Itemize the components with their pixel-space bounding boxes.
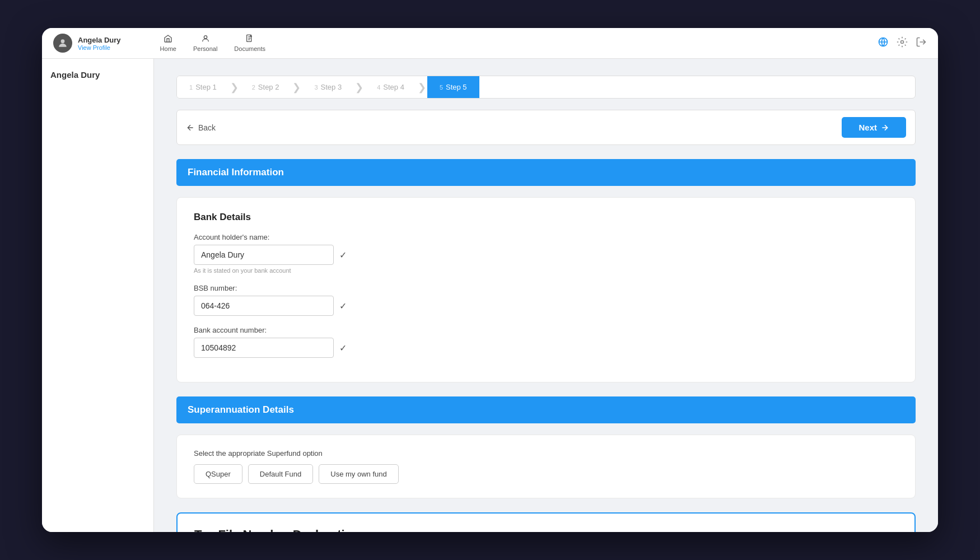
step-3[interactable]: 3 Step 3 <box>302 76 354 98</box>
home-icon <box>164 34 172 44</box>
step-arrow-1: ❯ <box>229 76 240 98</box>
content-area: 1 Step 1 ❯ 2 Step 2 ❯ 3 Step 3 ❯ 4 Step … <box>154 59 938 532</box>
superfund-card: Select the appropriate Superfund option … <box>176 435 916 498</box>
step-5[interactable]: 5 Step 5 <box>427 76 479 98</box>
step-2-num: 2 <box>252 84 255 91</box>
user-info: Angela Dury View Profile <box>53 34 121 53</box>
tfn-card: Tax File Number Declaration For more inf… <box>176 512 916 532</box>
step-1[interactable]: 1 Step 1 <box>177 76 229 98</box>
logout-icon[interactable] <box>916 36 927 50</box>
step-3-label: Step 3 <box>321 83 342 91</box>
settings-icon[interactable] <box>897 36 908 50</box>
top-bar: Angela Dury View Profile Home Personal <box>42 28 938 59</box>
nav-personal[interactable]: Personal <box>193 34 217 52</box>
topbar-user-name: Angela Dury <box>78 36 121 44</box>
back-button[interactable]: Back <box>186 123 216 132</box>
account-number-input[interactable] <box>194 338 334 358</box>
person-icon <box>201 34 210 44</box>
nav-documents[interactable]: Documents <box>234 34 265 52</box>
account-number-check: ✓ <box>339 343 347 353</box>
superfund-select-label: Select the appropriate Superfund option <box>194 449 898 458</box>
nav-home[interactable]: Home <box>160 34 176 52</box>
svg-point-4 <box>901 40 904 43</box>
top-right-icons <box>878 36 927 50</box>
bank-details-title: Bank Details <box>194 212 898 223</box>
next-button[interactable]: Next <box>842 117 906 138</box>
step-1-label: Step 1 <box>195 83 217 91</box>
bsb-check: ✓ <box>339 301 347 311</box>
doc-icon <box>245 34 254 44</box>
superfund-options: QSuper Default Fund Use my own fund <box>194 464 898 484</box>
steps-bar: 1 Step 1 ❯ 2 Step 2 ❯ 3 Step 3 ❯ 4 Step … <box>176 76 916 99</box>
avatar <box>53 34 72 53</box>
bsb-input[interactable] <box>194 296 334 316</box>
account-holder-hint: As it is stated on your bank account <box>194 267 898 274</box>
step-arrow-4: ❯ <box>417 76 427 98</box>
step-5-label: Step 5 <box>446 83 467 91</box>
super-header: Superannuation Details <box>176 396 916 423</box>
step-4-label: Step 4 <box>383 83 404 91</box>
step-arrow-2: ❯ <box>291 76 302 98</box>
main-layout: Angela Dury 1 Step 1 ❯ 2 Step 2 ❯ 3 Step… <box>42 59 938 532</box>
step-4[interactable]: 4 Step 4 <box>365 76 417 98</box>
svg-point-1 <box>204 36 207 39</box>
own-fund-option[interactable]: Use my own fund <box>319 464 398 484</box>
financial-info-header: Financial Information <box>176 159 916 186</box>
step-1-num: 1 <box>189 84 193 91</box>
step-2-label: Step 2 <box>258 83 279 91</box>
nav-buttons: Back Next <box>176 110 916 145</box>
sidebar-user-name: Angela Dury <box>50 70 145 80</box>
bsb-field: BSB number: ✓ <box>194 284 898 316</box>
step-2[interactable]: 2 Step 2 <box>240 76 292 98</box>
top-nav: Home Personal Documents <box>160 34 265 52</box>
bank-details-card: Bank Details Account holder's name: ✓ As… <box>176 197 916 382</box>
svg-point-0 <box>61 39 65 43</box>
globe-icon[interactable] <box>878 36 889 50</box>
account-holder-label: Account holder's name: <box>194 233 898 241</box>
sidebar: Angela Dury <box>42 59 154 532</box>
bsb-label: BSB number: <box>194 284 898 292</box>
account-holder-input[interactable] <box>194 245 334 265</box>
account-number-field: Bank account number: ✓ <box>194 326 898 358</box>
account-holder-field: Account holder's name: ✓ As it is stated… <box>194 233 898 274</box>
tfn-title: Tax File Number Declaration <box>194 528 898 532</box>
view-profile-link[interactable]: View Profile <box>78 44 121 51</box>
default-fund-option[interactable]: Default Fund <box>248 464 313 484</box>
account-number-label: Bank account number: <box>194 326 898 334</box>
step-5-num: 5 <box>440 84 443 91</box>
qsuper-option[interactable]: QSuper <box>194 464 242 484</box>
step-arrow-3: ❯ <box>354 76 365 98</box>
account-holder-check: ✓ <box>339 250 347 260</box>
step-3-num: 3 <box>314 84 318 91</box>
step-4-num: 4 <box>377 84 380 91</box>
